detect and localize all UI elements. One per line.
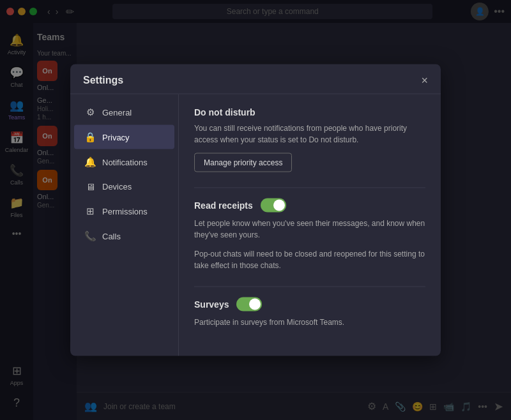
general-icon: ⚙	[84, 107, 96, 118]
surveys-title: Surveys	[194, 299, 229, 310]
surveys-toggle[interactable]	[236, 297, 262, 311]
dnd-desc: You can still receive notifications from…	[194, 123, 425, 146]
settings-dialog: Settings × ⚙ General 🔒 Privacy 🔔 Notific…	[70, 64, 441, 356]
divider-1	[194, 188, 425, 188]
surveys-section: Surveys Participate in surveys from Micr…	[194, 297, 425, 328]
settings-nav-calls[interactable]: 📞 Calls	[74, 224, 174, 248]
privacy-icon: 🔒	[84, 131, 96, 143]
devices-icon: 🖥	[84, 181, 96, 192]
settings-header: Settings ×	[70, 64, 441, 94]
settings-close-button[interactable]: ×	[421, 75, 428, 86]
settings-nav-calls-label: Calls	[102, 231, 121, 241]
permissions-icon: ⊞	[84, 206, 96, 217]
settings-nav: ⚙ General 🔒 Privacy 🔔 Notifications 🖥 De…	[70, 94, 179, 356]
dnd-title: Do not disturb	[194, 107, 425, 117]
read-receipts-desc1: Let people know when you've seen their m…	[194, 218, 425, 241]
manage-priority-access-button[interactable]: Manage priority access	[194, 153, 292, 172]
read-receipts-title: Read receipts	[194, 200, 253, 211]
surveys-row: Surveys	[194, 297, 425, 311]
read-receipts-desc2: Pop-out chats will need to be closed and…	[194, 248, 425, 271]
settings-nav-permissions[interactable]: ⊞ Permissions	[74, 199, 174, 223]
do-not-disturb-section: Do not disturb You can still receive not…	[194, 107, 425, 172]
read-receipts-toggle[interactable]	[261, 199, 286, 213]
calls-nav-icon: 📞	[84, 230, 96, 242]
surveys-desc: Participate in surveys from Microsoft Te…	[194, 317, 425, 328]
settings-nav-devices[interactable]: 🖥 Devices	[74, 175, 174, 199]
settings-nav-general-label: General	[102, 107, 132, 117]
settings-nav-privacy-label: Privacy	[102, 132, 130, 142]
read-receipts-section: Read receipts Let people know when you'v…	[194, 199, 425, 271]
settings-nav-permissions-label: Permissions	[102, 206, 148, 216]
settings-body: ⚙ General 🔒 Privacy 🔔 Notifications 🖥 De…	[70, 94, 441, 356]
read-receipts-row: Read receipts	[194, 199, 425, 213]
settings-content: Do not disturb You can still receive not…	[179, 94, 441, 356]
settings-nav-notifications-label: Notifications	[102, 157, 148, 167]
settings-nav-notifications[interactable]: 🔔 Notifications	[74, 150, 174, 174]
settings-title: Settings	[83, 75, 123, 86]
settings-nav-devices-label: Devices	[102, 182, 132, 191]
notifications-icon: 🔔	[84, 156, 96, 168]
divider-2	[194, 287, 425, 287]
settings-nav-general[interactable]: ⚙ General	[74, 100, 174, 124]
settings-nav-privacy[interactable]: 🔒 Privacy	[74, 125, 174, 149]
